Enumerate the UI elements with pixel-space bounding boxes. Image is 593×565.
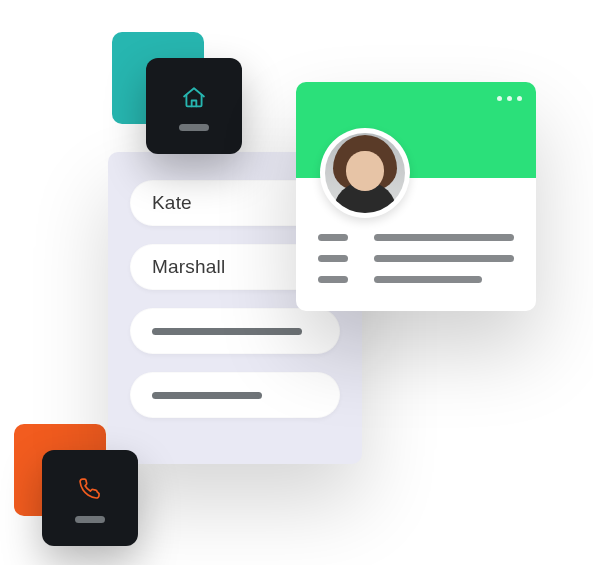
placeholder-bar xyxy=(374,255,514,262)
placeholder-bar xyxy=(152,392,262,399)
input-last-name-value: Marshall xyxy=(152,256,225,278)
phone-icon xyxy=(75,474,105,504)
placeholder-bar xyxy=(318,276,348,283)
tile-phone[interactable] xyxy=(42,450,138,546)
placeholder-bar xyxy=(75,516,105,523)
input-placeholder-1[interactable] xyxy=(130,308,340,354)
avatar[interactable] xyxy=(320,128,410,218)
input-first-name-value: Kate xyxy=(152,192,192,214)
placeholder-bar xyxy=(374,234,514,241)
placeholder-bar xyxy=(318,234,348,241)
home-icon xyxy=(179,82,209,112)
more-icon[interactable] xyxy=(497,96,522,101)
tile-home[interactable] xyxy=(146,58,242,154)
placeholder-bar xyxy=(179,124,209,131)
placeholder-bar xyxy=(318,255,348,262)
profile-card xyxy=(296,82,536,311)
placeholder-bar xyxy=(152,328,302,335)
input-placeholder-2[interactable] xyxy=(130,372,340,418)
placeholder-bar xyxy=(374,276,482,283)
profile-card-header xyxy=(296,82,536,178)
